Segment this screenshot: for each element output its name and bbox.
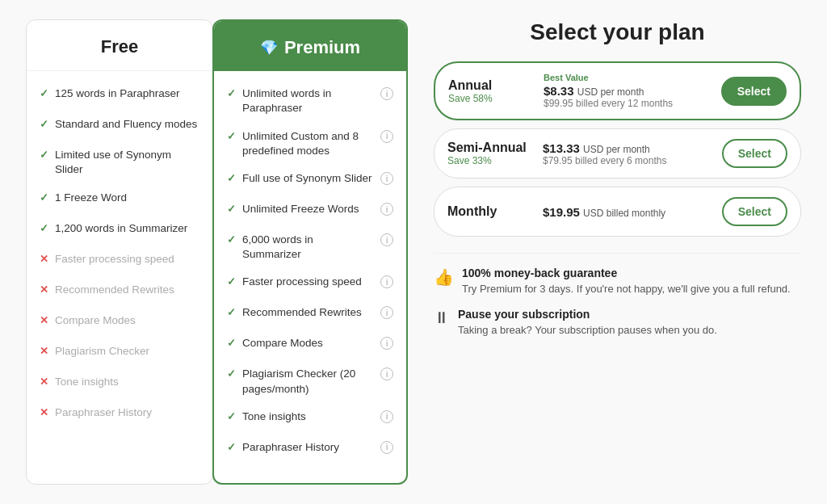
x-icon: ✕ (40, 376, 48, 388)
feature-text: 6,000 words in Summarizer (242, 233, 374, 262)
free-card-title: Free (101, 36, 138, 57)
check-icon: ✓ (227, 172, 236, 184)
feature-text: Tone insights (242, 410, 374, 424)
check-icon: ✓ (227, 410, 236, 422)
plan-option-annual[interactable]: AnnualSave 58%Best Value$8.33 USD per mo… (434, 61, 801, 120)
check-icon: ✓ (40, 87, 48, 99)
x-icon: ✕ (40, 406, 48, 418)
check-icon: ✓ (227, 203, 236, 215)
premium-feature-freeze-prem: ✓Unlimited Freeze Wordsi (225, 196, 395, 225)
feature-text: Faster processing speed (242, 275, 374, 289)
guarantee-text: 100% money-back guaranteeTry Premium for… (462, 267, 791, 296)
info-icon[interactable]: i (380, 87, 393, 100)
plan-name-group: AnnualSave 58% (448, 78, 537, 104)
plan-name: Semi-Annual (447, 141, 536, 155)
info-icon[interactable]: i (380, 130, 393, 143)
check-icon: ✓ (40, 149, 48, 161)
premium-feature-summarizer-prem: ✓6,000 words in Summarizeri (225, 227, 395, 267)
plan-option-semi-annual[interactable]: Semi-AnnualSave 33%$13.33 USD per month$… (434, 128, 801, 178)
feature-text: Paraphraser History (242, 440, 374, 455)
plan-price-main: $19.95 USD billed monthly (543, 205, 722, 219)
free-feature-words-paraphraser-free: ✓125 words in Paraphraser (38, 81, 201, 110)
check-icon: ✓ (227, 233, 236, 246)
info-icon[interactable]: i (380, 233, 393, 246)
money-back-icon: 👍 (434, 267, 454, 287)
feature-text: Standard and Fluency modes (55, 117, 199, 132)
free-feature-speed-free: ✕Faster processing speed (38, 246, 201, 275)
plan-price-sub: $99.95 billed every 12 months (544, 98, 721, 109)
free-feature-history-free: ✕Paraphraser History (38, 400, 201, 429)
plan-name-group: Semi-AnnualSave 33% (447, 141, 536, 166)
guarantee-desc: Try Premium for 3 days. If you're not ha… (462, 282, 791, 296)
check-icon: ✓ (227, 87, 236, 99)
check-icon: ✓ (227, 275, 236, 288)
premium-feature-list: ✓Unlimited words in Paraphraseri✓Unlimit… (214, 81, 406, 464)
x-icon: ✕ (40, 314, 48, 326)
free-feature-freeze-free: ✓1 Freeze Word (38, 185, 201, 214)
select-button-semi-annual[interactable]: Select (722, 139, 787, 168)
plan-price-group: $19.95 USD billed monthly (536, 205, 722, 219)
feature-text: Unlimited Freeze Words (242, 202, 374, 216)
feature-text: Plagiarism Checker (20 pages/month) (242, 367, 374, 396)
guarantee-money-back: 👍100% money-back guaranteeTry Premium fo… (434, 267, 801, 296)
select-button-annual[interactable]: Select (721, 77, 787, 106)
premium-feature-synonym-prem: ✓Full use of Synonym Slideri (225, 166, 395, 195)
info-icon[interactable]: i (380, 203, 393, 216)
free-feature-synonym-free: ✓Limited use of Synonym Slider (38, 142, 201, 183)
premium-card: 💎 Premium ✓Unlimited words in Paraphrase… (212, 19, 408, 485)
feature-text: 125 words in Paraphraser (55, 86, 199, 101)
guarantee-desc: Taking a break? Your subscription pauses… (458, 323, 717, 338)
info-icon[interactable]: i (380, 275, 393, 288)
free-feature-compare-free: ✕Compare Modes (38, 308, 201, 337)
main-container: Free ✓125 words in Paraphraser✓Standard … (0, 0, 827, 504)
premium-feature-rewrites-prem: ✓Recommended Rewritesi (225, 300, 395, 329)
info-icon[interactable]: i (380, 410, 393, 423)
plan-name: Annual (448, 78, 537, 93)
free-feature-plagiarism-free: ✕Plagiarism Checker (38, 338, 201, 368)
guarantee-title: Pause your subscription (458, 308, 717, 321)
info-icon[interactable]: i (380, 172, 393, 185)
feature-text: Recommended Rewrites (55, 283, 199, 297)
diamond-icon: 💎 (260, 39, 278, 57)
free-feature-tone-free: ✕Tone insights (38, 369, 201, 398)
plan-price-sub: $79.95 billed every 6 months (543, 155, 722, 166)
check-icon: ✓ (227, 441, 236, 453)
pause-icon: ⏸ (434, 309, 450, 327)
plan-price-main: $8.33 USD per month (544, 84, 721, 98)
check-icon: ✓ (227, 368, 236, 380)
feature-text: Compare Modes (242, 336, 374, 351)
premium-feature-words-paraphraser-prem: ✓Unlimited words in Paraphraseri (225, 81, 395, 121)
premium-feature-speed-prem: ✓Faster processing speedi (225, 269, 395, 298)
premium-feature-compare-prem: ✓Compare Modesi (225, 330, 395, 359)
premium-feature-history-prem: ✓Paraphraser Historyi (225, 435, 395, 464)
page-title: Select your plan (434, 19, 801, 45)
guarantee-text: Pause your subscriptionTaking a break? Y… (458, 308, 717, 338)
plan-option-monthly[interactable]: Monthly$19.95 USD billed monthlySelect (434, 187, 801, 237)
guarantees-section: 👍100% money-back guaranteeTry Premium fo… (434, 253, 801, 338)
info-icon[interactable]: i (380, 337, 393, 350)
x-icon: ✕ (40, 284, 48, 296)
feature-text: 1,200 words in Summarizer (55, 221, 199, 236)
best-value-badge: Best Value (544, 73, 721, 82)
check-icon: ✓ (227, 306, 236, 318)
feature-text: Compare Modes (55, 313, 199, 328)
info-icon[interactable]: i (380, 306, 393, 319)
free-card: Free ✓125 words in Paraphraser✓Standard … (26, 19, 213, 485)
feature-text: Tone insights (55, 375, 199, 389)
feature-text: Plagiarism Checker (55, 344, 199, 359)
premium-feature-tone-prem: ✓Tone insightsi (225, 404, 395, 433)
plan-price-group: $13.33 USD per month$79.95 billed every … (536, 141, 722, 166)
info-icon[interactable]: i (380, 441, 393, 454)
premium-card-header: 💎 Premium (214, 21, 406, 71)
free-feature-rewrites-free: ✕Recommended Rewrites (38, 277, 201, 306)
info-icon[interactable]: i (380, 368, 393, 380)
feature-text: Paraphraser History (55, 405, 199, 420)
select-button-monthly[interactable]: Select (722, 197, 787, 226)
free-card-header: Free (27, 20, 212, 71)
feature-text: Faster processing speed (55, 252, 199, 267)
check-icon: ✓ (40, 222, 48, 234)
feature-text: Unlimited Custom and 8 predefined modes (242, 129, 374, 158)
check-icon: ✓ (40, 191, 48, 204)
plan-price-group: Best Value$8.33 USD per month$99.95 bill… (537, 73, 721, 109)
feature-text: 1 Freeze Word (55, 191, 199, 205)
